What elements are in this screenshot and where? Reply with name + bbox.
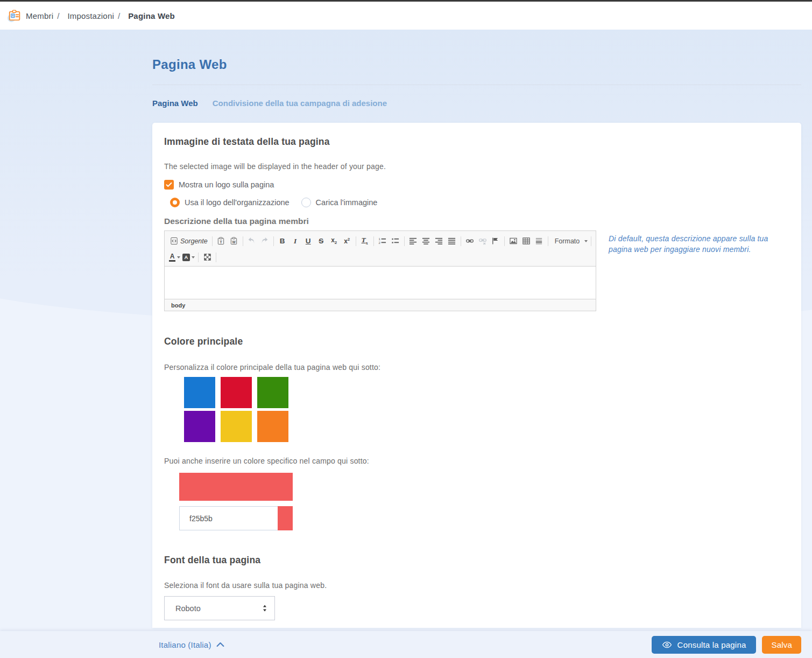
chevron-down-icon (584, 240, 588, 242)
font-description: Seleziona il font da usare sulla tua pag… (164, 581, 789, 590)
italic-icon[interactable]: I (289, 235, 302, 248)
footer-bar: Italiano (Italia) Consulta la pagina Sal… (0, 631, 812, 658)
strikethrough-icon[interactable]: S (315, 235, 328, 248)
color-swatch-grid (184, 377, 288, 442)
breadcrumb-item-membri[interactable]: Membri (26, 11, 53, 20)
custom-color-chip[interactable] (278, 506, 293, 530)
bold-icon[interactable]: B (276, 235, 289, 248)
maximize-icon[interactable] (201, 251, 214, 264)
source-button-label: Sorgente (180, 237, 208, 245)
save-button-label: Salva (771, 640, 792, 649)
select-spinner-icon (263, 605, 267, 612)
svg-text:A: A (12, 14, 14, 17)
table-icon[interactable] (520, 235, 533, 248)
chevron-down-icon (177, 256, 180, 258)
settings-card: Immagine di testata della tua pagina The… (152, 123, 801, 628)
breadcrumb-separator: / (57, 11, 59, 20)
chevron-up-icon (216, 642, 224, 647)
source-button[interactable]: Sorgente (168, 235, 210, 248)
align-left-icon[interactable] (407, 235, 420, 248)
show-logo-label[interactable]: Mostra un logo sulla pagina (179, 180, 274, 189)
radio-upload-image-label[interactable]: Carica l'immagine (316, 198, 378, 207)
logo-source-radio-group: Usa il logo dell'organizzazione Carica l… (170, 198, 789, 207)
custom-color-input[interactable] (179, 506, 278, 530)
background-color-icon: A (182, 254, 190, 261)
save-button[interactable]: Salva (762, 636, 801, 654)
breadcrumb-separator: / (118, 11, 120, 20)
source-icon (170, 237, 178, 245)
align-right-icon[interactable] (433, 235, 446, 248)
numbered-list-icon[interactable]: 12 (376, 235, 389, 248)
color-swatch-red[interactable] (221, 377, 252, 408)
radio-use-org-logo-label[interactable]: Usa il logo dell'organizzazione (185, 198, 290, 207)
color-swatch-orange[interactable] (257, 411, 288, 442)
font-select-value: Roboto (175, 604, 263, 613)
remove-format-icon[interactable]: Tx (358, 235, 371, 248)
align-center-icon[interactable] (420, 235, 433, 248)
paste-from-word-icon[interactable]: W (228, 235, 241, 248)
header-image-description: The selected image will be displayed in … (164, 162, 789, 171)
background-color-button[interactable]: A (181, 251, 196, 264)
editor-note: Di default, questa descrizione appare su… (609, 230, 776, 255)
superscript-icon[interactable]: x2 (341, 235, 354, 248)
color-swatch-blue[interactable] (184, 377, 215, 408)
svg-text:W: W (232, 240, 236, 244)
member-card-icon: A (7, 9, 22, 23)
preview-page-button[interactable]: Consulta la pagina (652, 636, 757, 654)
unlink-icon[interactable] (476, 235, 489, 248)
section-title-header-image: Immagine di testata della tua pagina (164, 123, 789, 148)
tab-pagina-web[interactable]: Pagina Web (152, 99, 198, 108)
color-swatch-yellow[interactable] (221, 411, 252, 442)
anchor-flag-icon[interactable] (489, 235, 502, 248)
text-color-icon: A (169, 253, 175, 262)
show-logo-row: Mostra un logo sulla pagina (164, 180, 789, 190)
subscript-icon[interactable]: x2 (328, 235, 341, 248)
radio-use-org-logo[interactable] (170, 198, 180, 207)
editor-label: Descrizione della tua pagina membri (164, 216, 789, 226)
color-swatch-purple[interactable] (184, 411, 215, 442)
redo-icon[interactable] (258, 235, 271, 248)
bulleted-list-icon[interactable] (389, 235, 402, 248)
svg-text:2: 2 (379, 241, 381, 244)
color-swatch-green[interactable] (257, 377, 288, 408)
breadcrumb-item-impostazioni[interactable]: Impostazioni (67, 11, 114, 20)
underline-icon[interactable]: U (302, 235, 315, 248)
radio-upload-image[interactable] (301, 198, 311, 207)
preview-page-button-label: Consulta la pagina (677, 640, 746, 649)
breadcrumb-item-pagina-web: Pagina Web (128, 11, 175, 20)
text-color-button[interactable]: A (168, 251, 181, 264)
svg-text:T: T (220, 240, 222, 244)
language-selector[interactable]: Italiano (Italia) (159, 640, 224, 649)
chevron-down-icon (192, 256, 195, 258)
editor-content-area[interactable] (165, 267, 596, 299)
custom-color-preview (179, 473, 293, 501)
horizontal-rule-icon[interactable] (533, 235, 546, 248)
page: A Membri / Impostazioni / Pagina Web Pag… (0, 0, 812, 658)
rich-text-editor: Sorgente T W (164, 230, 596, 311)
editor-path-body[interactable]: body (171, 302, 185, 309)
section-title-main-color: Colore principale (164, 336, 789, 347)
section-title-font: Font della tua pagina (164, 555, 789, 566)
tab-condivisione[interactable]: Condivisione della tua campagna di adesi… (213, 99, 387, 108)
language-label: Italiano (Italia) (159, 640, 211, 649)
show-logo-checkbox[interactable] (164, 180, 174, 190)
editor-element-path: body (165, 299, 596, 311)
image-icon[interactable] (507, 235, 520, 248)
undo-icon[interactable] (245, 235, 258, 248)
breadcrumb-bar: A Membri / Impostazioni / Pagina Web (0, 2, 812, 30)
editor-toolbar: Sorgente T W (165, 231, 596, 267)
font-select[interactable]: Roboto (164, 596, 275, 620)
eye-icon (662, 641, 672, 649)
check-icon (166, 182, 172, 187)
format-dropdown[interactable]: Formato (550, 235, 589, 248)
link-icon[interactable] (463, 235, 476, 248)
main-color-description: Personalizza il colore principale della … (164, 363, 789, 372)
format-dropdown-label: Formato (552, 237, 583, 245)
tab-bar: Pagina Web Condivisione della tua campag… (152, 99, 801, 108)
page-title: Pagina Web (152, 57, 801, 72)
browser-top-strip (0, 0, 812, 2)
paste-as-text-icon[interactable]: T (215, 235, 228, 248)
custom-color-input-row (179, 506, 789, 530)
custom-color-hint: Puoi anche inserire un colore specifico … (164, 457, 789, 465)
justify-icon[interactable] (446, 235, 458, 248)
